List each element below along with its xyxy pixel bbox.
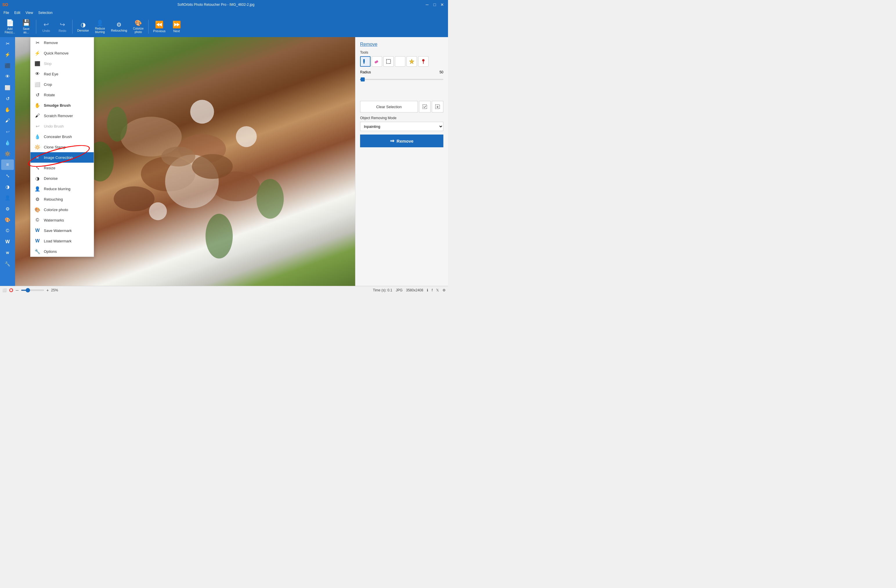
menu-item-denoise[interactable]: ◑ Denoise [30, 173, 94, 184]
tool-undo-brush[interactable]: ↩ [1, 126, 14, 137]
reduce-blurring-button[interactable]: 👤 Reduceblurring [92, 17, 107, 36]
tool-stop[interactable]: ⬛ [1, 60, 14, 71]
tool-smudge[interactable]: ✋ [1, 104, 14, 115]
next-label: Next [173, 29, 180, 33]
menu-item-options[interactable]: 🔧 Options [30, 246, 94, 257]
clear-selection-button[interactable]: Clear Selection [360, 101, 418, 112]
settings-icon[interactable]: ⚙ [442, 288, 446, 292]
radius-slider[interactable] [360, 76, 443, 82]
retouching-menu-icon: ⚙ [34, 196, 41, 203]
remove-btn-icon: ⇒ [390, 138, 394, 144]
tool-load-wm[interactable]: W [1, 248, 14, 258]
zoom-minus-btn[interactable]: ─ [16, 288, 18, 293]
menu-item-remove[interactable]: ✂ Remove [30, 37, 94, 48]
tool-concealer[interactable]: 💧 [1, 137, 14, 148]
menu-item-rotate[interactable]: ↺ Rotate [30, 90, 94, 100]
menu-item-save-watermark[interactable]: W Save Watermark [30, 225, 94, 236]
status-left: ⬜ ⭕ ─ + 25% [2, 288, 58, 293]
menu-item-image-correction[interactable]: ≡ Image Correction [30, 152, 94, 163]
add-files-button[interactable]: 📄 AddFile(s)... [2, 17, 17, 36]
previous-icon: ⏪ [155, 21, 164, 29]
lasso-select-btn[interactable] [395, 56, 405, 67]
menu-file[interactable]: File [1, 10, 11, 15]
rect-select-status[interactable]: ⬜ [2, 288, 7, 292]
retouching-button[interactable]: ⚙ Retouching [108, 17, 130, 36]
load-selection-btn[interactable] [432, 101, 443, 112]
svg-point-10 [236, 126, 257, 147]
tool-scratch[interactable]: 🖌 [1, 115, 14, 126]
tool-crop[interactable]: ⬜ [1, 82, 14, 93]
menu-item-stop: ⬛ Stop [30, 58, 94, 69]
zoom-slider[interactable] [21, 290, 44, 291]
menu-item-red-eye[interactable]: 👁 Red Eye [30, 69, 94, 79]
brush-tool-btn[interactable] [360, 56, 370, 67]
colorize-menu-label: Colorize photo [44, 208, 68, 212]
undo-button[interactable]: ↩ Undo [39, 17, 54, 36]
menu-item-crop[interactable]: ⬜ Crop [30, 79, 94, 90]
remove-label: Remove [44, 41, 58, 45]
title-bar-controls: ─ □ ✕ [424, 1, 446, 8]
redo-button[interactable]: ↪ Redo [55, 17, 70, 36]
eraser-tool-btn[interactable] [372, 56, 382, 67]
previous-button[interactable]: ⏪ Previous [151, 17, 168, 36]
menu-selection[interactable]: Selection [36, 10, 55, 15]
menu-item-colorize[interactable]: 🎨 Colorize photo [30, 204, 94, 215]
next-button[interactable]: ⏩ Next [169, 17, 184, 36]
menu-item-clone[interactable]: 🔆 Clone Stamp [30, 142, 94, 152]
minimize-button[interactable]: ─ [424, 1, 431, 8]
concealer-icon: 💧 [34, 133, 41, 140]
tool-remove[interactable]: ✂ [1, 38, 14, 49]
status-bar: ⬜ ⭕ ─ + 25% Time (s): 0.1 JPG 3580x2408 … [0, 286, 448, 294]
tool-image-correction[interactable]: ≡ [1, 160, 14, 170]
tool-red-eye[interactable]: 👁 [1, 71, 14, 82]
menu-item-reduce-blur[interactable]: 👤 Reduce blurring [30, 184, 94, 194]
denoise-label: Denoise [77, 29, 89, 32]
info-icon[interactable]: ℹ [427, 288, 428, 292]
svg-point-14 [107, 107, 127, 141]
rect-select-btn[interactable] [383, 56, 394, 67]
restore-button[interactable]: □ [431, 1, 438, 8]
twitter-icon[interactable]: 𝕏 [436, 288, 439, 292]
svg-marker-20 [409, 59, 414, 64]
denoise-button[interactable]: ◑ Denoise [75, 17, 91, 36]
close-button[interactable]: ✕ [439, 1, 446, 8]
menu-item-concealer[interactable]: 💧 Concealer Brush [30, 131, 94, 142]
watermarks-label: Watermarks [44, 218, 64, 222]
menu-item-load-watermark[interactable]: W Load Watermark [30, 236, 94, 246]
tool-rotate[interactable]: ↺ [1, 93, 14, 104]
tool-options[interactable]: 🔧 [1, 258, 14, 269]
tool-retouching[interactable]: ⚙ [1, 204, 14, 214]
slider-thumb[interactable] [361, 77, 365, 82]
tool-watermarks[interactable]: © [1, 226, 14, 236]
tool-colorize[interactable]: 🎨 [1, 214, 14, 225]
tool-quick-remove[interactable]: ⚡ [1, 49, 14, 60]
tool-reduce-blur[interactable]: 👤 [1, 193, 14, 203]
zoom-plus-btn[interactable]: + [46, 288, 49, 293]
tool-denoise-sidebar[interactable]: ◑ [1, 181, 14, 192]
save-as-button[interactable]: 💾 Saveas... [18, 17, 34, 36]
magic-wand-btn[interactable] [407, 56, 417, 67]
menu-item-scratch[interactable]: 🖌 Scratch Remover [30, 111, 94, 121]
pin-tool-btn[interactable] [418, 56, 428, 67]
remove-icon: ✂ [34, 39, 41, 46]
eraser-icon [374, 59, 380, 64]
denoise-icon: ◑ [81, 21, 85, 28]
tool-clone[interactable]: 🔆 [1, 149, 14, 159]
remove-button[interactable]: ⇒ Remove [360, 135, 443, 147]
inpainting-select[interactable]: Inpainting [360, 122, 443, 131]
tool-save-wm[interactable]: W [1, 237, 14, 247]
facebook-icon[interactable]: f [432, 288, 433, 292]
colorize-button[interactable]: 🎨 Colorizephoto [131, 17, 146, 36]
menu-view[interactable]: View [23, 10, 35, 15]
menu-item-smudge[interactable]: ✋ Smudge Brush [30, 100, 94, 111]
menu-item-resize[interactable]: ⤡ Resize [30, 163, 94, 173]
menu-item-watermarks[interactable]: © Watermarks [30, 215, 94, 225]
reduce-blur-label: Reduce blurring [44, 187, 70, 191]
menu-item-retouching[interactable]: ⚙ Retouching [30, 194, 94, 204]
save-selection-btn[interactable] [419, 101, 431, 112]
ellipse-select-status[interactable]: ⭕ [9, 288, 13, 292]
retouching-icon: ⚙ [116, 21, 122, 28]
menu-edit[interactable]: Edit [12, 10, 23, 15]
menu-item-quick-remove[interactable]: ⚡ Quick Remove [30, 48, 94, 58]
tool-resize[interactable]: ⤡ [1, 170, 14, 181]
